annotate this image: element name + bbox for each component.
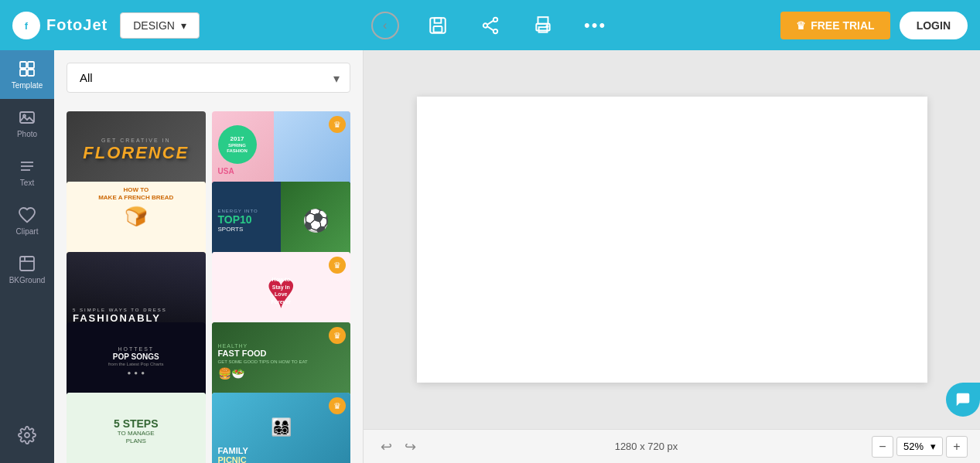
svg-line-9 <box>487 26 493 30</box>
sidebar-template-label: Template <box>12 81 43 90</box>
chat-bubble-button[interactable] <box>946 383 980 417</box>
template-item-fast-food[interactable]: HEALTHY FAST FOOD GET SOME GOOD TIPS ON … <box>212 322 351 400</box>
template-panel: All Travel Fashion Food Sports Music Hol… <box>54 50 364 463</box>
premium-badge-love: ♛ <box>329 257 346 274</box>
svg-rect-17 <box>28 70 34 76</box>
design-button-label: DESIGN <box>133 19 175 32</box>
svg-rect-10 <box>538 17 548 24</box>
zoom-in-button[interactable]: + <box>946 436 968 458</box>
logo-area: f FotoJet <box>12 12 108 39</box>
sidebar: Template Photo Text Clipart <box>0 50 54 463</box>
app-logo-icon: f <box>12 12 40 39</box>
svg-rect-15 <box>28 62 34 68</box>
login-button[interactable]: LOGIN <box>900 12 968 39</box>
template-item-family-picnic[interactable]: FAMILY PICNIC 👨‍👩‍👧‍👦 ♛ <box>212 393 351 463</box>
svg-rect-3 <box>434 18 441 23</box>
sidebar-item-bkground[interactable]: BKGround <box>0 245 54 294</box>
undo-redo-controls: ↩ ↪ <box>376 435 421 458</box>
premium-badge-spring: ♛ <box>329 116 346 133</box>
zoom-out-button[interactable]: − <box>872 436 893 458</box>
svg-point-6 <box>483 23 487 27</box>
sidebar-text-label: Text <box>20 179 34 187</box>
svg-rect-14 <box>20 62 26 68</box>
free-trial-button[interactable]: ♛ FREE TRIAL <box>780 12 890 39</box>
crown-icon: ♛ <box>796 19 806 32</box>
zoom-percentage: 52% <box>903 441 924 452</box>
template-item-5-steps[interactable]: 5 STEPS TO MANAGEPLANS <box>67 393 206 463</box>
undo-button[interactable]: ↩ <box>376 435 397 458</box>
sidebar-item-template[interactable]: Template <box>0 50 54 99</box>
back-arrow-icon: ‹ <box>383 19 387 32</box>
svg-text:f: f <box>25 19 29 31</box>
main-area: Template Photo Text Clipart <box>0 50 980 463</box>
redo-button[interactable]: ↪ <box>400 435 421 458</box>
sidebar-item-clipart[interactable]: Clipart <box>0 196 54 245</box>
svg-point-7 <box>493 29 497 32</box>
canvas-bottom-bar: ↩ ↪ 1280 x 720 px − 52% ▾ + <box>364 429 980 463</box>
print-button[interactable] <box>529 12 557 39</box>
filter-select[interactable]: All Travel Fashion Food Sports Music Hol… <box>67 63 350 93</box>
svg-point-26 <box>25 433 29 437</box>
filter-dropdown[interactable]: All Travel Fashion Food Sports Music Hol… <box>67 63 350 93</box>
template-item-french-bread[interactable]: HOW TOMAKE A FRENCH BREAD 🍞 <box>67 182 206 260</box>
sidebar-clipart-label: Clipart <box>16 227 39 236</box>
template-grid: GET CREATIVE IN FLORENCE 2017 SPRING FAS… <box>54 105 363 463</box>
canvas-viewport <box>364 50 980 429</box>
header-center: ‹ •• <box>200 12 780 39</box>
app-logo-text: FotoJet <box>46 16 108 34</box>
canvas-area: ↩ ↪ 1280 x 720 px − 52% ▾ + <box>364 50 980 463</box>
design-button[interactable]: DESIGN ▾ <box>120 12 200 39</box>
svg-rect-23 <box>20 257 34 271</box>
sidebar-photo-label: Photo <box>17 130 37 138</box>
sidebar-item-settings[interactable] <box>0 417 54 454</box>
header-right: ♛ FREE TRIAL LOGIN <box>780 12 968 39</box>
premium-badge-picnic: ♛ <box>329 397 346 414</box>
more-button[interactable]: ••• <box>582 12 610 39</box>
zoom-control: − 52% ▾ + <box>872 436 968 458</box>
svg-rect-4 <box>433 26 442 32</box>
canvas-white <box>417 97 927 383</box>
back-button[interactable]: ‹ <box>371 12 399 39</box>
zoom-value-display[interactable]: 52% ▾ <box>896 437 943 456</box>
template-item-fashionably[interactable]: 5 SIMPLE WAYS TO DRESS FASHIONABLY <box>67 252 206 330</box>
sidebar-item-photo[interactable]: Photo <box>0 99 54 148</box>
template-item-love-forever[interactable]: ♥ How to Stay inLove Forever ♛ <box>212 252 351 330</box>
free-trial-label: FREE TRIAL <box>811 19 874 32</box>
template-item-pop-songs[interactable]: HOTTEST POP SONGS from the Latest Pop Ch… <box>67 322 206 400</box>
share-button[interactable] <box>476 12 504 39</box>
svg-point-5 <box>493 17 497 21</box>
template-item-spring-fashion[interactable]: 2017 SPRING FASHION USA ♛ <box>212 111 351 189</box>
svg-point-13 <box>546 26 548 27</box>
zoom-dropdown-arrow-icon: ▾ <box>930 441 936 452</box>
premium-badge-food: ♛ <box>329 327 346 344</box>
login-label: LOGIN <box>917 19 951 32</box>
sidebar-bkground-label: BKGround <box>9 276 46 284</box>
svg-rect-12 <box>538 27 547 32</box>
svg-rect-18 <box>20 112 34 123</box>
sidebar-item-text[interactable]: Text <box>0 148 54 196</box>
svg-line-8 <box>487 20 493 24</box>
svg-rect-16 <box>20 70 26 76</box>
template-item-top10-sports[interactable]: ENERGY INTO TOP10 SPORTS ⚽ <box>212 182 351 260</box>
template-filter: All Travel Fashion Food Sports Music Hol… <box>54 50 363 105</box>
chevron-down-icon: ▾ <box>181 19 186 32</box>
save-button[interactable] <box>424 12 452 39</box>
canvas-size-label: 1280 x 720 px <box>615 441 678 452</box>
svg-rect-2 <box>430 18 446 33</box>
app-header: f FotoJet DESIGN ▾ ‹ <box>0 0 980 50</box>
template-item-florence[interactable]: GET CREATIVE IN FLORENCE <box>67 111 206 189</box>
ellipsis-icon: ••• <box>584 15 606 36</box>
